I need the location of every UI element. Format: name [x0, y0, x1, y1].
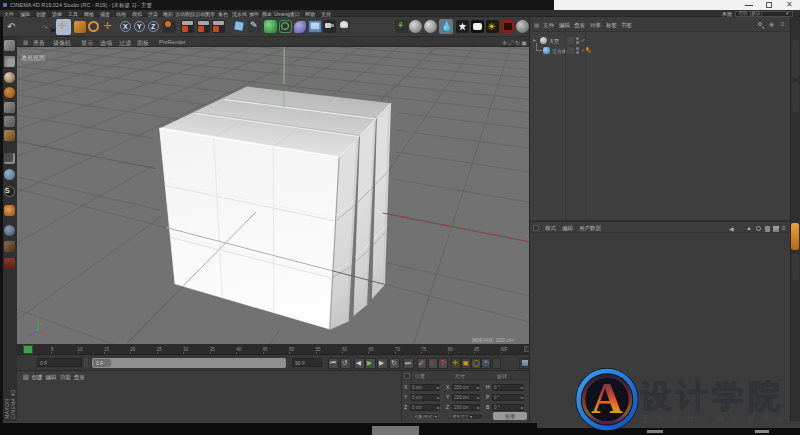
- svg-text:A: A: [591, 374, 623, 423]
- svg-text:网格间距 100 cm: 网格间距 100 cm: [472, 337, 514, 344]
- svg-text:透视视图: 透视视图: [21, 53, 45, 61]
